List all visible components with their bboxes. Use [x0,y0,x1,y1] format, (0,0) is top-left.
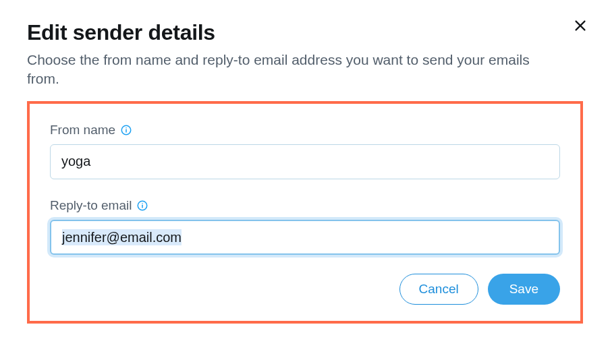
modal-subtitle: Choose the from name and reply-to email … [27,51,553,89]
from-name-input[interactable] [50,144,560,179]
reply-to-input[interactable]: jennifer@email.com [50,220,560,255]
from-name-group: From name [50,123,560,179]
info-icon[interactable] [136,200,148,212]
svg-point-7 [142,203,144,204]
from-name-label-text: From name [50,123,115,138]
info-icon[interactable] [120,124,132,136]
cancel-button[interactable]: Cancel [399,274,478,305]
from-name-label: From name [50,123,560,138]
modal-title: Edit sender details [27,20,583,45]
reply-to-group: Reply-to email jennifer@email.com [50,198,560,255]
reply-to-label-text: Reply-to email [50,198,132,213]
close-icon [573,18,588,33]
reply-to-label: Reply-to email [50,198,560,213]
close-button[interactable] [571,16,590,35]
reply-to-value-selected: jennifer@email.com [62,229,182,245]
svg-point-4 [126,127,127,129]
form-highlight-box: From name Reply-to email [27,101,583,324]
save-button[interactable]: Save [488,274,560,305]
button-row: Cancel Save [50,274,560,305]
edit-sender-modal: Edit sender details Choose the from name… [0,0,610,324]
